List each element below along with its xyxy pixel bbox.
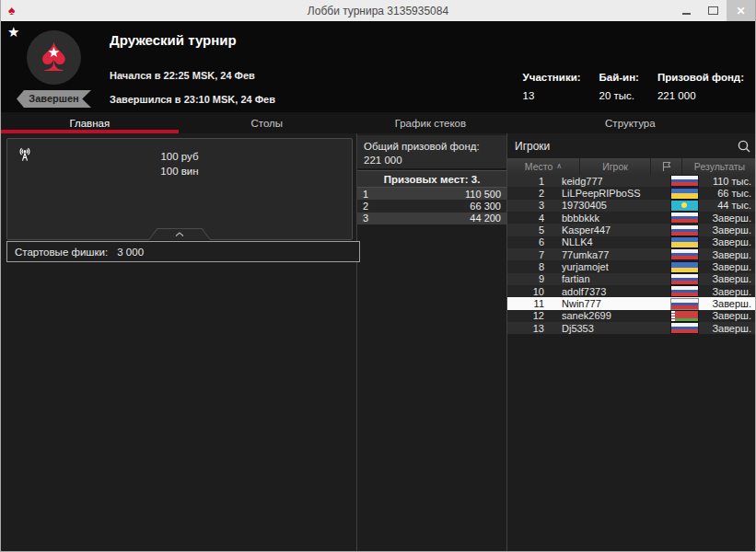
tab-График стеков[interactable]: График стеков <box>355 112 506 133</box>
player-name: Dj5353 <box>544 323 669 334</box>
by-flag-icon <box>671 311 698 321</box>
titlebar: ♠ Лобби турнира 3135935084 ✕ <box>1 0 755 21</box>
close-button[interactable]: ✕ <box>727 0 755 21</box>
collapse-panel-button[interactable] <box>148 228 211 240</box>
player-name: fartian <box>544 273 669 284</box>
ua-flag-icon <box>671 262 698 272</box>
tab-Столы[interactable]: Столы <box>179 112 356 133</box>
search-icon[interactable] <box>737 139 751 154</box>
prize-amount: 110 500 <box>465 189 501 200</box>
player-result: Заверш. <box>700 273 756 284</box>
starting-chips-box: Стартовые фишки: 3 000 <box>6 241 360 262</box>
stat-label: Бай-ин: <box>599 72 639 83</box>
table-row[interactable]: 13Dj5353Заверш. <box>507 322 756 334</box>
table-row[interactable]: 4bbbbkkkЗаверш. <box>507 212 756 224</box>
content-area: 100 руб 100 вин Стартовые фишки: 3 000 О… <box>1 133 755 552</box>
table-row[interactable]: 2LiLPeepRIPboSS66 тыс. <box>507 187 756 199</box>
players-table-header: Место ∧ Игрок Результаты <box>507 158 756 175</box>
column-header-player[interactable]: Игрок <box>580 158 651 175</box>
total-prize-label: Общий призовой фонд: <box>357 140 506 154</box>
player-name: Kasper447 <box>544 224 669 236</box>
buyin-line-2: 100 вин <box>7 164 352 178</box>
prize-places-header: Призовых мест: 3. <box>357 170 506 188</box>
stat-item: Бай-ин:20 тыс. <box>599 72 639 101</box>
player-result: 66 тыс. <box>700 188 756 199</box>
table-row[interactable]: 31973040544 тыс. <box>507 200 756 212</box>
player-place: 9 <box>507 273 544 284</box>
prize-place: 1 <box>363 189 368 200</box>
table-row[interactable]: 777umka77Заверш. <box>507 248 756 260</box>
table-row[interactable]: 6NLLK4Заверш. <box>507 236 756 248</box>
player-flag-cell <box>669 249 700 259</box>
total-prize-box: Общий призовой фонд: 221 000 <box>357 135 506 169</box>
player-search-input[interactable] <box>513 139 737 154</box>
favorite-star-icon[interactable]: ★ <box>7 24 19 40</box>
minimize-button[interactable] <box>673 0 700 21</box>
table-row[interactable]: 10adolf7373Заверш. <box>507 285 756 297</box>
player-flag-cell <box>669 299 700 309</box>
column-header-flag[interactable] <box>651 158 682 175</box>
end-time-text: Завершился в 23:10 MSK, 24 Фев <box>110 94 275 105</box>
player-result: Заверш. <box>700 236 756 247</box>
starting-chips-label: Стартовые фишки: <box>15 247 108 258</box>
player-result: Заверш. <box>700 224 756 236</box>
ua-flag-icon <box>671 237 698 247</box>
tab-bar: ГлавнаяСтолыГрафик стековСтруктура <box>1 112 755 133</box>
player-flag-cell <box>669 237 700 247</box>
stat-item: Участники:13 <box>523 72 581 101</box>
tournament-lobby-window: ♠ Лобби турнира 3135935084 ✕ ★ ♠ ★ Завер… <box>0 0 756 552</box>
status-badge: Завершен <box>17 90 91 108</box>
table-row[interactable]: 5Kasper447Заверш. <box>507 224 756 236</box>
player-name: 77umka77 <box>544 249 669 260</box>
ru-flag-icon <box>671 323 698 333</box>
player-place: 2 <box>507 188 544 199</box>
player-place: 4 <box>507 213 544 224</box>
player-result: Заверш. <box>700 310 756 321</box>
player-flag-cell <box>669 189 700 199</box>
table-row[interactable]: 9fartianЗаверш. <box>507 273 756 285</box>
table-row[interactable]: 1keidg777110 тыс. <box>507 175 756 187</box>
ru-flag-icon <box>671 299 698 309</box>
logo-star-icon: ★ <box>27 44 81 61</box>
ru-flag-icon <box>671 176 698 186</box>
pokerstars-logo: ♠ ★ <box>27 30 81 85</box>
prize-place: 2 <box>363 201 368 212</box>
player-result: Заверш. <box>700 249 756 260</box>
player-place: 13 <box>507 323 544 334</box>
player-place: 6 <box>507 236 544 247</box>
player-name: Nwin777 <box>544 298 669 309</box>
player-place: 5 <box>507 224 544 236</box>
start-time-text: Начался в 22:25 MSK, 24 Фев <box>110 70 255 81</box>
stat-item: Призовой фонд:221 000 <box>657 72 744 101</box>
stat-value: 221 000 <box>657 90 744 101</box>
tab-Структура[interactable]: Структура <box>506 112 755 133</box>
player-flag-cell <box>669 323 700 333</box>
column-header-results[interactable]: Результаты <box>682 158 756 175</box>
tournament-stats: Участники:13Бай-ин:20 тыс.Призовой фонд:… <box>523 72 744 101</box>
player-name: 19730405 <box>544 200 669 211</box>
ua-flag-icon <box>671 189 698 199</box>
stat-value: 20 тыс. <box>599 90 639 101</box>
player-place: 7 <box>507 249 544 260</box>
buyin-info-box: 100 руб 100 вин <box>6 138 353 240</box>
column-header-place[interactable]: Место ∧ <box>507 158 580 175</box>
player-result: Заверш. <box>700 298 756 309</box>
table-row[interactable]: 11Nwin777Заверш. <box>507 297 756 309</box>
players-rows: 1keidg777110 тыс.2LiLPeepRIPboSS66 тыс.3… <box>507 175 756 334</box>
player-place: 1 <box>507 176 544 187</box>
player-flag-cell <box>669 176 700 186</box>
maximize-button[interactable] <box>700 0 727 21</box>
player-result: 44 тыс. <box>700 200 756 211</box>
tab-Главная[interactable]: Главная <box>1 112 179 133</box>
player-result: 110 тыс. <box>700 176 756 187</box>
ru-flag-icon <box>671 249 698 259</box>
table-row[interactable]: 12sanek2699Заверш. <box>507 310 756 322</box>
window-title: Лобби турнира 3135935084 <box>1 5 755 17</box>
buyin-line-1: 100 руб <box>7 149 352 164</box>
table-row[interactable]: 8yurjamojetЗаверш. <box>507 260 756 272</box>
player-flag-cell <box>669 286 700 296</box>
player-flag-cell <box>669 262 700 272</box>
player-flag-cell <box>669 225 700 236</box>
prize-row: 266 300 <box>357 200 506 212</box>
player-place: 11 <box>507 298 544 309</box>
